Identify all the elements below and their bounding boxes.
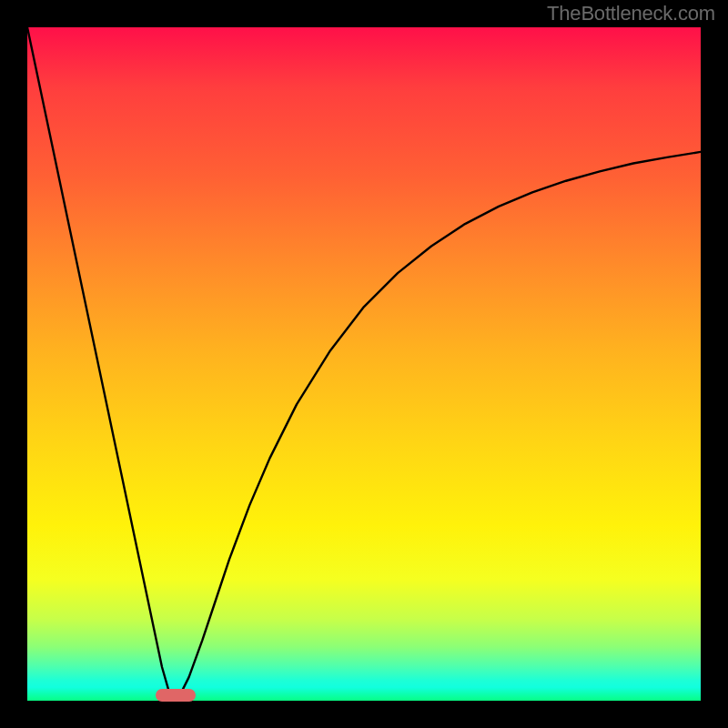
chart-frame: TheBottleneck.com: [0, 0, 728, 728]
minimum-marker: [156, 689, 196, 702]
plot-area: [27, 27, 701, 701]
curve-svg: [27, 27, 701, 701]
curve-line: [27, 27, 701, 695]
watermark-label: TheBottleneck.com: [547, 2, 715, 25]
